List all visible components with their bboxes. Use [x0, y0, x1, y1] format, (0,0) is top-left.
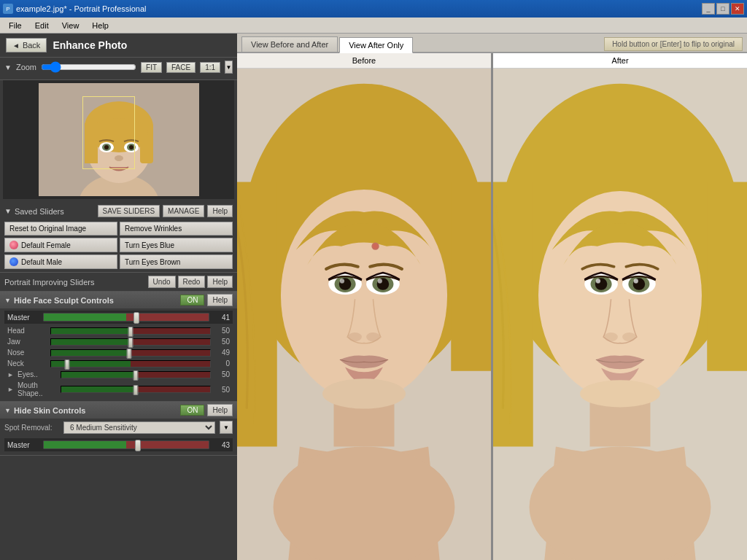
head-slider-handle[interactable] — [128, 327, 133, 337]
menu-view[interactable]: View — [56, 20, 85, 31]
mouth-label: Mouth Shape.. — [18, 381, 58, 397]
skin-controls-title: Hide Skin Controls — [14, 406, 178, 415]
controls-scroll[interactable]: ▼ Hide Face Sculpt Controls ON Help Mast… — [0, 292, 237, 560]
minimize-button[interactable]: _ — [702, 3, 715, 15]
close-button[interactable]: ✕ — [731, 3, 744, 15]
right-panel: View Before and After View After Only Ho… — [237, 34, 747, 560]
image-area: Before — [237, 53, 747, 560]
saved-sliders-toggle[interactable]: ▼ — [4, 207, 12, 215]
after-panel: After — [493, 53, 747, 560]
back-arrow-icon: ◄ — [12, 42, 20, 50]
master-slider-handle[interactable] — [133, 312, 139, 324]
preset-default-female[interactable]: Default Female — [4, 238, 117, 252]
eyes-label: Eyes.. — [18, 370, 58, 378]
mouth-slider-track[interactable] — [61, 386, 211, 393]
saved-sliders-title: Saved Sliders — [15, 207, 95, 216]
tab-after-only[interactable]: View After Only — [339, 37, 413, 53]
menu-file[interactable]: File — [3, 20, 28, 31]
zoom-options-button[interactable]: ▼ — [225, 61, 233, 74]
menu-help[interactable]: Help — [86, 20, 115, 31]
spot-removal-dropdown-arrow[interactable]: ▼ — [220, 421, 233, 434]
mouth-slider-handle[interactable] — [133, 385, 139, 395]
skin-master-slider-track[interactable] — [43, 440, 209, 449]
nose-slider-row: Nose 49 — [4, 347, 233, 358]
spot-removal-label: Spot Removal: — [4, 424, 59, 432]
jaw-label: Jaw — [7, 338, 47, 346]
jaw-slider-track[interactable] — [50, 338, 211, 346]
zoom-face-button[interactable]: FACE — [166, 62, 196, 73]
mouth-value: 50 — [214, 386, 230, 394]
save-sliders-button[interactable]: SAVE SLIDERS — [98, 205, 160, 217]
master-slider-track[interactable] — [43, 313, 209, 322]
skin-controls-help-button[interactable]: Help — [207, 404, 233, 416]
after-label: After — [493, 53, 747, 69]
thumbnail[interactable] — [39, 83, 199, 196]
face-sculpt-section: ▼ Hide Face Sculpt Controls ON Help Mast… — [0, 292, 237, 402]
skin-master-slider-handle[interactable] — [135, 440, 141, 451]
jaw-slider-row: Jaw 50 — [4, 336, 233, 347]
maximize-button[interactable]: □ — [716, 3, 729, 15]
svg-rect-18 — [451, 182, 491, 371]
portrait-sliders-header: Portrait Improving Sliders Undo Redo Hel… — [0, 273, 237, 292]
head-slider-track[interactable] — [50, 327, 211, 335]
main-layout: ◄ Back Enhance Photo ▼ Zoom FIT FACE 1:1… — [0, 34, 747, 560]
zoom-header: ▼ Zoom FIT FACE 1:1 ▼ — [4, 61, 233, 74]
nose-slider-handle[interactable] — [126, 349, 131, 359]
skin-slider-group: Master 43 — [0, 436, 237, 455]
manage-button[interactable]: MANAGE — [163, 205, 204, 217]
back-button[interactable]: ◄ Back — [6, 38, 47, 52]
skin-controls-header[interactable]: ▼ Hide Skin Controls ON Help — [0, 402, 237, 419]
zoom-1x-button[interactable]: 1:1 — [200, 62, 220, 73]
zoom-fit-button[interactable]: FIT — [141, 62, 162, 73]
skin-controls-toggle-icon: ▼ — [4, 407, 11, 414]
thumbnail-area — [3, 80, 234, 199]
svg-point-49 — [634, 279, 638, 283]
zoom-options-icon: ▼ — [226, 64, 232, 71]
eyes-slider-row[interactable]: ► Eyes.. 50 — [4, 369, 233, 380]
jaw-value: 50 — [214, 338, 230, 346]
mouth-slider-row[interactable]: ► Mouth Shape.. 50 — [4, 380, 233, 399]
preset-remove-wrinkles[interactable]: Remove Wrinkles — [120, 222, 233, 236]
eyes-slider-handle[interactable] — [133, 370, 139, 381]
neck-slider-track[interactable] — [50, 360, 211, 368]
preset-turn-eyes-brown[interactable]: Turn Eyes Brown — [120, 254, 233, 269]
redo-button[interactable]: Redo — [178, 276, 206, 288]
saved-sliders-header: ▼ Saved Sliders SAVE SLIDERS MANAGE Help — [4, 205, 233, 217]
preset-reset[interactable]: Reset to Original Image — [4, 222, 117, 236]
svg-point-31 — [373, 244, 377, 249]
svg-point-33 — [366, 332, 380, 341]
saved-sliders-section: ▼ Saved Sliders SAVE SLIDERS MANAGE Help… — [0, 202, 237, 273]
svg-point-25 — [340, 279, 344, 283]
portrait-help-button[interactable]: Help — [207, 276, 233, 288]
nose-label: Nose — [7, 349, 47, 357]
spot-removal-select[interactable]: 6 Medium Sensitivity — [63, 421, 215, 434]
menu-edit[interactable]: Edit — [29, 20, 55, 31]
neck-slider-handle[interactable] — [64, 359, 69, 370]
svg-point-29 — [378, 279, 382, 283]
zoom-toggle-icon[interactable]: ▼ — [4, 63, 12, 71]
jaw-slider-handle[interactable] — [128, 338, 133, 348]
undo-button[interactable]: Undo — [148, 276, 176, 288]
zoom-slider[interactable] — [41, 62, 136, 72]
thumbnail-selection-box[interactable] — [82, 96, 135, 169]
skin-controls-on-button[interactable]: ON — [180, 405, 204, 416]
svg-point-50 — [604, 332, 618, 341]
preset-default-male[interactable]: Default Male — [4, 254, 117, 269]
svg-point-32 — [348, 332, 362, 341]
skin-master-slider-row: Master 43 — [4, 438, 233, 451]
face-sculpt-on-button[interactable]: ON — [180, 295, 204, 306]
panel-header: ◄ Back Enhance Photo — [0, 34, 237, 58]
preset-turn-eyes-blue[interactable]: Turn Eyes Blue — [120, 238, 233, 252]
nose-slider-track[interactable] — [50, 349, 211, 357]
eyes-slider-track[interactable] — [61, 371, 211, 378]
preset-male-label: Default Male — [21, 258, 62, 266]
saved-sliders-help-button[interactable]: Help — [207, 205, 233, 217]
face-sculpt-help-button[interactable]: Help — [207, 294, 233, 306]
undo-redo-group: Undo Redo Help — [148, 276, 233, 288]
zoom-section: ▼ Zoom FIT FACE 1:1 ▼ — [0, 58, 237, 80]
face-sculpt-header[interactable]: ▼ Hide Face Sculpt Controls ON Help — [0, 292, 237, 308]
eyes-expand-icon: ► — [7, 371, 15, 378]
tab-before-and-after[interactable]: View Before and After — [241, 36, 338, 52]
panel-title: Enhance Photo — [53, 39, 127, 51]
before-photo — [237, 69, 491, 560]
